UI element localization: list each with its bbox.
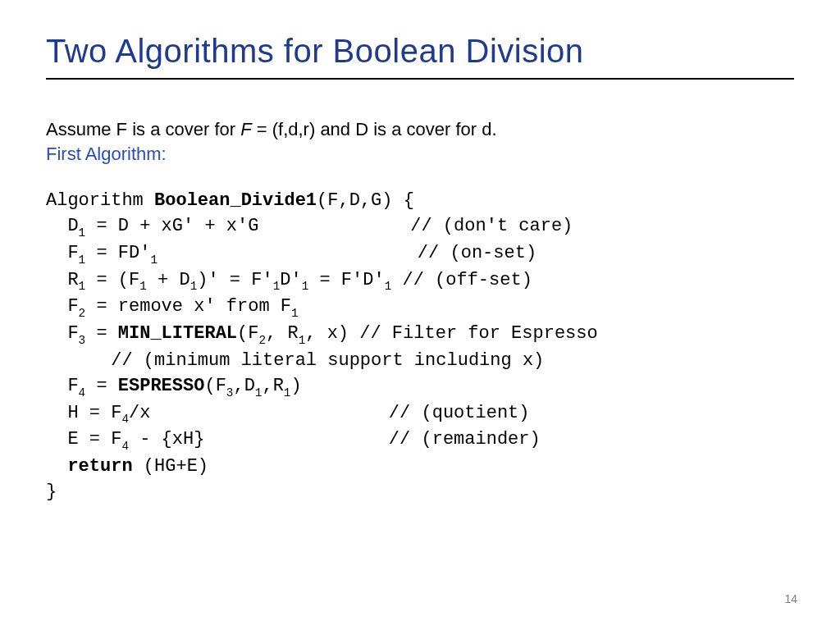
l7f: ) [290,376,301,396]
l9-sub1: 4 [121,440,129,453]
l7-sub3: 1 [255,386,262,399]
l4a: F [46,296,79,317]
intro-italic: F [240,119,251,139]
l3d: )' = F' [197,270,272,290]
l3f: = F'D' [308,270,384,290]
l5-sub1: 3 [79,334,86,347]
algorithm-code: Algorithm Boolean_Divide1(F,D,G) { D1 = … [46,188,794,504]
l5b: = [85,323,118,344]
l3-sub6: 1 [385,280,392,293]
l6: // (minimum literal support including x) [46,350,544,371]
l5a: F [46,323,79,344]
sig-pre: Algorithm [46,190,154,211]
l2b: = FD' [85,243,150,263]
l7-sub1: 4 [79,386,86,399]
l9b: - {xH} // (remainder) [129,429,541,450]
l9a: E = F [46,429,121,450]
intro-text: Assume F is a cover for F = (f,d,r) and … [46,119,794,140]
l10b: (HG+E) [133,456,208,477]
title-divider [46,78,794,80]
l3g: // (off-set) [391,270,532,290]
l2a: F [46,243,79,263]
l1-sub: 1 [79,226,86,240]
l3-sub1: 1 [79,280,86,293]
l8a: H = F [46,403,121,423]
l7e: ,R [262,376,283,396]
l7b: = [85,376,118,396]
l5-sub2: 2 [258,334,266,347]
sig-args: (F,D,G) { [317,190,414,211]
l8b: /x // (quotient) [129,403,529,423]
l3-sub4: 1 [273,280,281,293]
l4b: = remove x' from F [85,296,291,317]
l5c: (F [237,323,258,344]
l5e: , x) // Filter for Espresso [305,323,597,344]
slide: Two Algorithms for Boolean Division Assu… [0,0,840,630]
page-number: 14 [784,592,797,605]
l3-sub5: 1 [302,280,309,293]
l2-sub2: 1 [150,253,158,267]
l10-kw: return [67,456,132,477]
l11: } [46,482,57,502]
slide-title: Two Algorithms for Boolean Division [46,33,794,70]
l7-fn: ESPRESSO [118,376,205,396]
l3-sub3: 1 [190,280,198,293]
intro-prefix: Assume F is a cover for [46,119,240,139]
l7c: (F [204,376,226,396]
l4-sub2: 1 [291,307,299,320]
first-algorithm-label: First Algorithm: [46,144,794,165]
l1b: = D + xG' + x'G // (don't care) [85,216,573,236]
l5d: , R [266,323,299,344]
l7d: ,D [233,376,254,396]
l8-sub1: 4 [121,413,129,426]
l2-sub1: 1 [79,253,86,267]
sig-name: Boolean_Divide1 [154,190,317,211]
l5-sub3: 1 [299,334,306,347]
intro-suffix: = (f,d,r) and D is a cover for d. [252,119,497,139]
l10a [46,456,67,477]
l4-sub1: 2 [79,307,86,320]
l3a: R [46,270,79,290]
l3c: + D [147,270,190,290]
l2c: // (on-set) [158,243,536,263]
l7-sub4: 1 [284,386,291,399]
l3b: = (F [85,270,139,290]
l5-fn: MIN_LITERAL [118,323,237,344]
l7-sub2: 3 [226,386,234,399]
l3-sub2: 1 [139,280,147,293]
l1a: D [46,216,79,236]
l7a: F [46,376,79,396]
l3e: D' [280,270,301,290]
